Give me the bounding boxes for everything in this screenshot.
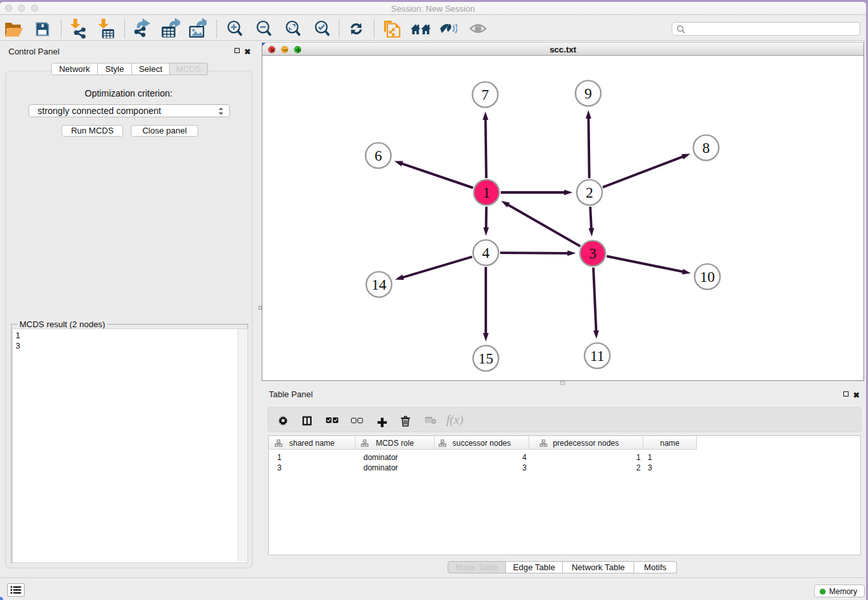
svg-text:7: 7 — [481, 87, 489, 103]
svg-text:2: 2 — [586, 185, 593, 201]
svg-text:11: 11 — [590, 348, 604, 364]
svg-text:15: 15 — [479, 351, 494, 367]
svg-text:14: 14 — [372, 277, 387, 293]
svg-text:1: 1 — [483, 185, 490, 201]
svg-text:4: 4 — [482, 245, 490, 261]
svg-text:9: 9 — [584, 86, 592, 102]
svg-text:8: 8 — [702, 140, 710, 156]
svg-text:3: 3 — [589, 246, 597, 262]
svg-text:6: 6 — [374, 148, 382, 164]
svg-text:10: 10 — [700, 269, 715, 285]
